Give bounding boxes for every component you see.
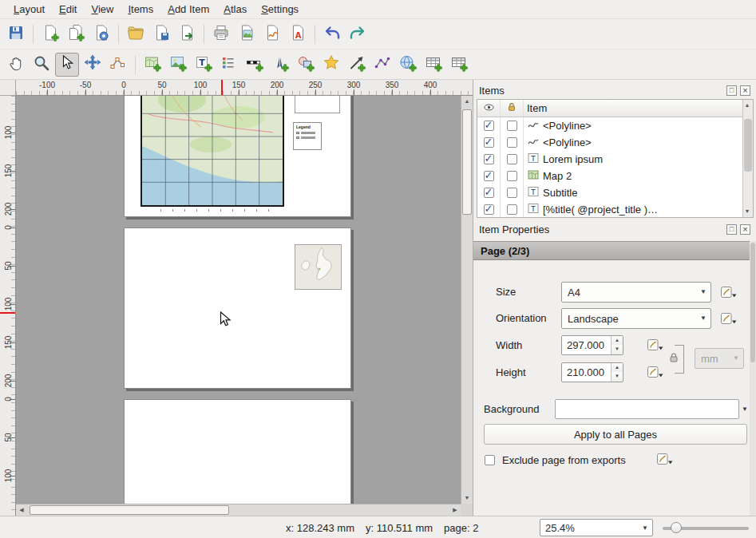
exclude-data-defined-override-icon[interactable] — [655, 450, 673, 468]
orientation-combobox[interactable]: Landscape — [561, 308, 711, 329]
menu-layout[interactable]: Layout — [6, 1, 52, 18]
page-properties-section-header[interactable]: Page (2/3) — [473, 241, 750, 260]
add-node-item-button[interactable] — [370, 53, 394, 77]
zoom-slider-handle[interactable] — [671, 522, 682, 533]
items-scrollbar-thumb[interactable] — [744, 119, 752, 172]
page-2[interactable] — [124, 227, 351, 389]
visibility-checkbox[interactable] — [484, 137, 494, 148]
scroll-up-icon[interactable]: ▲ — [742, 100, 752, 111]
lock-checkbox[interactable] — [507, 137, 517, 148]
menu-items[interactable]: Items — [121, 1, 160, 18]
add-items-from-template-button[interactable] — [175, 22, 199, 46]
lock-checkbox[interactable] — [507, 204, 517, 215]
visibility-checkbox[interactable] — [484, 204, 494, 215]
add-shape-button[interactable] — [294, 53, 318, 77]
save-project-button[interactable] — [4, 22, 28, 46]
print-button[interactable] — [209, 22, 233, 46]
redo-button[interactable] — [346, 22, 370, 46]
items-scrollbar[interactable]: ▲ ▼ — [742, 100, 753, 217]
pan-button[interactable] — [4, 53, 28, 77]
menu-settings[interactable]: Settings — [254, 1, 306, 18]
scroll-up-icon[interactable]: ▲ — [461, 96, 473, 107]
scroll-right-icon[interactable]: ▶ — [449, 504, 461, 516]
orientation-data-defined-override-icon[interactable] — [719, 310, 737, 327]
export-svg-button[interactable] — [260, 22, 284, 46]
add-north-arrow-button[interactable] — [268, 53, 292, 77]
add-attribute-table-button[interactable] — [422, 53, 445, 77]
save-as-template-button[interactable] — [149, 22, 173, 46]
horizontal-scrollbar-thumb[interactable] — [30, 505, 229, 515]
add-legend-button[interactable] — [217, 53, 241, 77]
add-scalebar-button[interactable] — [243, 53, 267, 77]
lock-checkbox[interactable] — [507, 188, 517, 198]
legend-item[interactable]: Legend — [293, 122, 322, 150]
scroll-down-icon[interactable]: ▼ — [461, 493, 473, 504]
properties-scrollbar[interactable] — [750, 241, 756, 516]
menu-add-item[interactable]: Add Item — [160, 1, 216, 18]
add-arrow-button[interactable] — [345, 53, 369, 77]
background-color-dropdown-icon[interactable] — [739, 399, 750, 419]
add-map-button[interactable] — [141, 53, 164, 77]
load-from-template-button[interactable] — [124, 22, 148, 46]
add-html-button[interactable] — [396, 53, 420, 77]
add-marker-button[interactable] — [319, 53, 343, 77]
duplicate-layout-button[interactable] — [64, 22, 88, 46]
close-panel-icon[interactable] — [740, 85, 750, 96]
scroll-left-icon[interactable]: ◀ — [16, 504, 27, 516]
move-item-content-button[interactable] — [81, 53, 105, 77]
width-data-defined-override-icon[interactable] — [646, 336, 663, 354]
size-data-defined-override-icon[interactable] — [719, 283, 737, 301]
new-layout-button[interactable] — [38, 22, 62, 46]
layout-manager-button[interactable] — [89, 22, 113, 46]
vertical-scrollbar-thumb[interactable] — [462, 109, 472, 215]
overview-map-item[interactable] — [295, 244, 342, 290]
lock-checkbox[interactable] — [507, 171, 517, 181]
background-color-button[interactable] — [555, 399, 739, 419]
undo-button[interactable] — [320, 22, 344, 46]
zoom-level-combobox[interactable]: 25.4% — [540, 519, 653, 536]
horizontal-scrollbar[interactable]: ◀ ▶ — [16, 504, 461, 516]
float-panel-icon[interactable] — [726, 85, 737, 96]
visibility-checkbox[interactable] — [484, 154, 494, 164]
map-item[interactable] — [141, 96, 284, 207]
properties-scrollbar-thumb[interactable] — [750, 243, 755, 362]
export-pdf-button[interactable]: A — [286, 22, 310, 46]
menu-edit[interactable]: Edit — [52, 1, 84, 18]
menu-atlas[interactable]: Atlas — [216, 1, 254, 18]
float-panel-icon[interactable] — [726, 224, 737, 235]
width-spinbox[interactable]: 297.000 — [561, 335, 623, 355]
spin-down-icon[interactable] — [611, 372, 623, 382]
items-list-row[interactable]: Map 2 — [477, 168, 753, 184]
items-list-row[interactable]: T[%title( @project_title )… — [477, 201, 753, 218]
exclude-page-checkbox[interactable] — [485, 455, 495, 465]
size-combobox[interactable]: A4 — [561, 282, 711, 303]
visibility-checkbox[interactable] — [484, 188, 494, 198]
menu-view[interactable]: View — [84, 1, 121, 18]
layout-viewport[interactable]: Legend — [16, 96, 473, 516]
height-spinbox[interactable]: 210.000 — [561, 362, 623, 382]
lock-checkbox[interactable] — [507, 154, 517, 164]
apply-to-all-pages-button[interactable]: Apply to all Pages — [484, 424, 747, 445]
close-panel-icon[interactable] — [740, 224, 750, 235]
add-fixed-table-button[interactable] — [447, 53, 471, 77]
add-label-button[interactable]: T — [192, 53, 216, 77]
visibility-checkbox[interactable] — [484, 171, 494, 181]
items-list-row[interactable]: <Polyline> — [477, 134, 753, 151]
page-3[interactable] — [124, 399, 351, 516]
spin-down-icon[interactable] — [611, 345, 623, 354]
add-picture-button[interactable] — [166, 53, 190, 77]
title-label-item[interactable] — [295, 96, 340, 113]
items-list-row[interactable]: <Polyline> — [477, 117, 753, 134]
select-move-item-button[interactable] — [55, 53, 79, 77]
height-data-defined-override-icon[interactable] — [646, 363, 663, 381]
export-image-button[interactable] — [235, 22, 259, 46]
visibility-checkbox[interactable] — [484, 121, 494, 131]
page-1[interactable]: Legend — [124, 96, 351, 217]
scroll-down-icon[interactable]: ▼ — [742, 206, 752, 217]
zoom-button[interactable] — [30, 53, 53, 77]
items-list-row[interactable]: TSubtitle — [477, 184, 753, 201]
link-lock-icon[interactable] — [669, 352, 679, 366]
items-list-row[interactable]: TLorem ipsum — [477, 151, 753, 168]
vertical-scrollbar[interactable]: ▲ ▼ — [461, 96, 473, 504]
lock-checkbox[interactable] — [507, 121, 517, 131]
